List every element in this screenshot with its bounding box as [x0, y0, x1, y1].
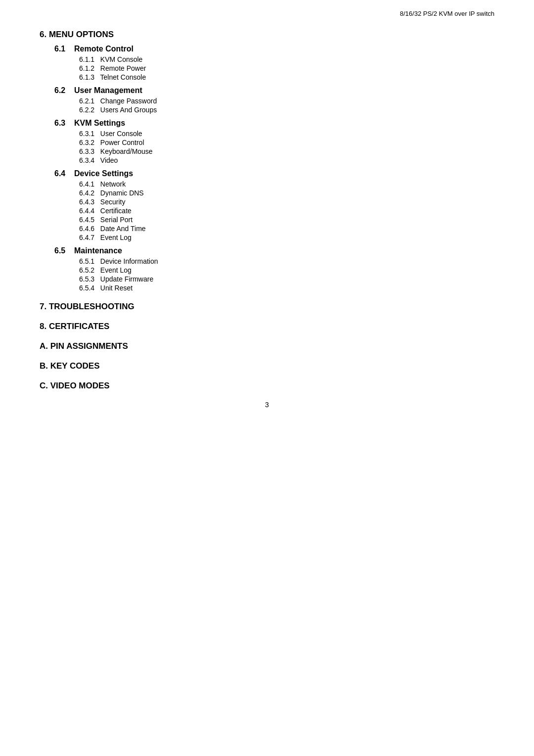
section-6-5-2: 6.5.2 Event Log: [79, 266, 494, 274]
section-8: 8. CERTIFICATES: [40, 322, 494, 331]
section-b-title: B. KEY CODES: [40, 361, 494, 371]
section-c-title: C. VIDEO MODES: [40, 381, 494, 391]
section-6-2-title: 6.2 User Management: [54, 86, 494, 95]
section-6-1: 6.1 Remote Control 6.1.1 KVM Console 6.1…: [40, 45, 494, 81]
section-6-4-title: 6.4 Device Settings: [54, 169, 494, 178]
section-6-5-1: 6.5.1 Device Information: [79, 257, 494, 265]
section-6-3-3: 6.3.3 Keyboard/Mouse: [79, 147, 494, 155]
section-6-4-3: 6.4.3 Security: [79, 198, 494, 206]
section-6-5: 6.5 Maintenance 6.5.1 Device Information…: [40, 246, 494, 292]
section-c: C. VIDEO MODES: [40, 381, 494, 391]
section-6-4-1: 6.4.1 Network: [79, 180, 494, 188]
section-6-3-1: 6.3.1 User Console: [79, 130, 494, 138]
section-6-4-7: 6.4.7 Event Log: [79, 234, 494, 241]
section-6-4-2: 6.4.2 Dynamic DNS: [79, 189, 494, 197]
section-7: 7. TROUBLESHOOTING: [40, 302, 494, 312]
section-b: B. KEY CODES: [40, 361, 494, 371]
section-6: 6. MENU OPTIONS 6.1 Remote Control 6.1.1…: [40, 30, 494, 292]
section-6-4-4: 6.4.4 Certificate: [79, 207, 494, 215]
section-6-1-2: 6.1.2 Remote Power: [79, 64, 494, 72]
section-6-4-5: 6.4.5 Serial Port: [79, 216, 494, 224]
section-6-1-3: 6.1.3 Telnet Console: [79, 73, 494, 81]
section-6-title: 6. MENU OPTIONS: [40, 30, 494, 40]
section-6-3-2: 6.3.2 Power Control: [79, 139, 494, 146]
section-6-5-3: 6.5.3 Update Firmware: [79, 275, 494, 283]
header-right-text: 8/16/32 PS/2 KVM over IP switch: [400, 10, 494, 17]
section-6-4: 6.4 Device Settings 6.4.1 Network 6.4.2 …: [40, 169, 494, 241]
section-8-title: 8. CERTIFICATES: [40, 322, 494, 331]
section-6-5-title: 6.5 Maintenance: [54, 246, 494, 255]
section-6-3: 6.3 KVM Settings 6.3.1 User Console 6.3.…: [40, 119, 494, 164]
section-6-1-1: 6.1.1 KVM Console: [79, 55, 494, 63]
section-6-2: 6.2 User Management 6.2.1 Change Passwor…: [40, 86, 494, 114]
section-6-3-title: 6.3 KVM Settings: [54, 119, 494, 128]
section-6-2-1: 6.2.1 Change Password: [79, 97, 494, 105]
section-6-5-4: 6.5.4 Unit Reset: [79, 284, 494, 292]
section-7-title: 7. TROUBLESHOOTING: [40, 302, 494, 312]
section-6-1-title: 6.1 Remote Control: [54, 45, 494, 53]
section-6-3-4: 6.3.4 Video: [79, 156, 494, 164]
section-6-2-2: 6.2.2 Users And Groups: [79, 106, 494, 114]
section-6-4-6: 6.4.6 Date And Time: [79, 225, 494, 233]
page-number: 3: [40, 401, 494, 409]
section-a: A. PIN ASSIGNMENTS: [40, 341, 494, 351]
section-a-title: A. PIN ASSIGNMENTS: [40, 341, 494, 351]
